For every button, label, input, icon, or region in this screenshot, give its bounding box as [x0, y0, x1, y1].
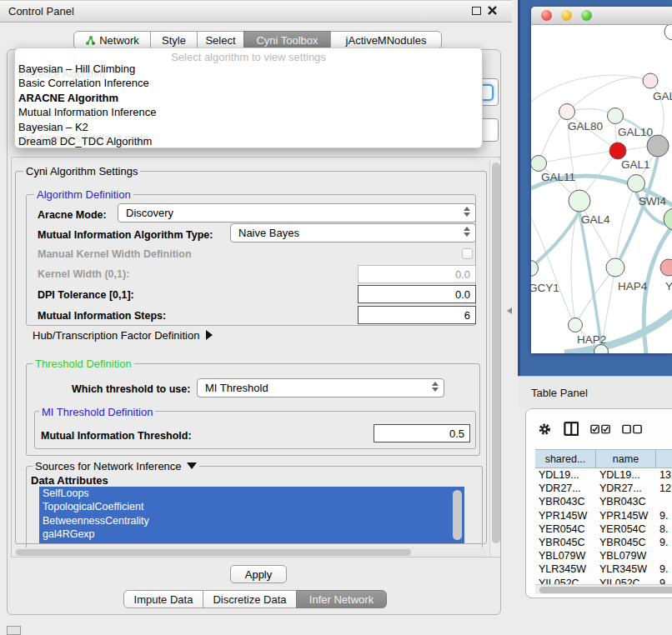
minimize-window-icon[interactable]	[561, 10, 572, 21]
network-window-frame: GALGAL80GAL10GAL1GAL11SWI4GAL4GCY1HAP4YH…	[518, 0, 672, 376]
mi-threshold-field[interactable]: 0.5	[374, 424, 470, 442]
kernel-width-field[interactable]: 0.0	[358, 265, 476, 283]
tab-discretize-data[interactable]: Discretize Data	[203, 590, 297, 608]
attribute-item[interactable]: gal4RGexp	[39, 528, 464, 541]
table-cell: YLR345W	[596, 562, 656, 576]
network-edge[interactable]	[539, 112, 567, 163]
gear-icon[interactable]	[538, 422, 552, 437]
network-canvas[interactable]: GALGAL80GAL10GAL1GAL11SWI4GAL4GCY1HAP4YH…	[531, 25, 672, 353]
network-window: GALGAL80GAL10GAL1GAL11SWI4GAL4GCY1HAP4YH…	[531, 7, 672, 353]
node-label: GAL10	[618, 126, 653, 138]
network-window-titlebar[interactable]	[531, 7, 672, 25]
table-row[interactable]: YDL19...YDL19...13	[535, 468, 672, 482]
network-node-y[interactable]	[660, 259, 672, 276]
network-node-hap2[interactable]	[569, 318, 583, 332]
tab-infer-network[interactable]: Infer Network	[296, 590, 387, 608]
network-node-gal80[interactable]	[559, 104, 575, 120]
table-cell: YBL079W	[596, 549, 656, 562]
tab-select[interactable]: Select	[197, 31, 244, 49]
network-node[interactable]	[647, 135, 669, 157]
show-columns-icon[interactable]	[564, 421, 579, 437]
table-row[interactable]: YIL052CYIL052C9	[535, 577, 672, 585]
popup-item[interactable]: Mutual Information Inference	[15, 105, 482, 119]
attribute-item[interactable]: TopologicalCoefficient	[39, 500, 464, 513]
cyni-settings-title: Cyni Algorithm Settings	[23, 165, 140, 178]
network-node[interactable]	[664, 208, 672, 230]
tab-label: Network	[99, 34, 139, 47]
table-cell: YPR145W	[596, 509, 656, 522]
apply-button[interactable]: Apply	[230, 565, 287, 583]
manual-kernel-checkbox[interactable]	[462, 248, 473, 259]
tab-label: Cyni Toolbox	[256, 34, 318, 47]
column-header[interactable]: shared...	[535, 450, 596, 468]
network-edge[interactable]	[617, 157, 658, 265]
tab-jactivemnodules[interactable]: jActiveMNodules	[330, 31, 442, 49]
column-header[interactable]: A	[656, 450, 672, 468]
network-edge[interactable]	[615, 183, 636, 268]
cyni-task-tabs: Impute DataDiscretize DataInfer Network	[123, 590, 387, 608]
table-cell: YBR043C	[535, 495, 596, 508]
table-row[interactable]: YBR043CYBR043C	[535, 495, 672, 508]
scrollbar-thumb[interactable]	[539, 587, 672, 593]
table-row[interactable]: YER054CYER054C8.	[535, 522, 672, 536]
tab-label: Discretize Data	[213, 593, 286, 606]
tab-style[interactable]: Style	[150, 31, 198, 49]
network-node-gal[interactable]	[643, 73, 658, 88]
which-threshold-select[interactable]: MI Threshold	[197, 378, 444, 398]
aracne-mode-value: Discovery	[126, 207, 173, 219]
network-edge[interactable]	[564, 312, 672, 353]
float-panel-icon[interactable]	[472, 7, 481, 15]
table-horizontal-scrollbar[interactable]	[535, 584, 672, 594]
data-attributes-list[interactable]: SelfLoopsTopologicalCoefficientBetweenne…	[39, 487, 464, 543]
table-row[interactable]: YPR145WYPR145W9.	[535, 509, 672, 522]
node-label: SWI4	[639, 195, 666, 208]
list-scrollbar[interactable]	[453, 490, 462, 540]
collapse-down-icon	[187, 462, 197, 469]
scrollbar-thumb[interactable]	[492, 162, 500, 543]
network-node-gal4[interactable]	[569, 190, 590, 212]
network-node-gal11[interactable]	[531, 156, 547, 172]
network-edge[interactable]	[531, 75, 650, 102]
close-window-icon[interactable]	[541, 10, 552, 21]
mi-steps-field[interactable]: 6	[358, 306, 476, 324]
table-row[interactable]: YBL079WYBL079W	[535, 549, 672, 562]
aracne-mode-select[interactable]: Discovery	[118, 203, 476, 222]
network-edge[interactable]	[567, 78, 650, 112]
zoom-window-icon[interactable]	[581, 10, 592, 21]
mi-type-label: Mutual Information Algorithm Type:	[38, 229, 213, 241]
network-node-swi4[interactable]	[628, 175, 645, 192]
network-node[interactable]	[664, 25, 672, 40]
threshold-definition-title: Threshold Definition	[33, 358, 134, 370]
minimized-panel-icon[interactable]	[7, 626, 21, 635]
mi-type-select[interactable]: Naive Bayes	[230, 223, 476, 242]
table-row[interactable]: YLR345WYLR345W9.	[535, 562, 672, 576]
table-cell: 8.	[656, 522, 672, 536]
table-cell: YLR345W	[535, 562, 596, 576]
tab-cyni-toolbox[interactable]: Cyni Toolbox	[243, 31, 331, 49]
deselect-all-icon[interactable]	[622, 424, 642, 434]
table-cell: YPR145W	[535, 509, 596, 522]
dpi-tolerance-field[interactable]: 0.0	[358, 285, 476, 303]
split-pane-handle[interactable]	[507, 308, 512, 314]
table-row[interactable]: YBR045CYBR045C9.	[535, 536, 672, 549]
tab-network[interactable]: Network	[73, 31, 151, 49]
close-icon[interactable]	[488, 6, 497, 15]
popup-item[interactable]: ARACNE Algorithm	[15, 91, 482, 105]
vertical-scrollbar[interactable]	[489, 159, 500, 557]
horizontal-scrollbar[interactable]	[14, 548, 488, 557]
column-header[interactable]: name	[596, 450, 656, 468]
network-edge[interactable]	[539, 151, 618, 163]
tab-impute-data[interactable]: Impute Data	[123, 590, 203, 608]
select-all-icon[interactable]	[590, 424, 610, 434]
network-node-gal10[interactable]	[608, 108, 624, 124]
table-cell: YER054C	[535, 522, 596, 536]
attribute-item[interactable]: SelfLoops	[39, 487, 464, 500]
table-toolbar	[526, 409, 672, 448]
network-node-hap4[interactable]	[606, 258, 624, 277]
table-row[interactable]: YDR27...YDR27...12	[535, 482, 672, 495]
hub-section-toggle[interactable]: Hub/Transcription Factor Definition	[33, 329, 213, 342]
attribute-item[interactable]: BetweennessCentrality	[39, 514, 464, 528]
sources-title[interactable]: Sources for Network Inference	[33, 460, 199, 472]
network-node-gal1[interactable]	[609, 142, 626, 159]
scrollbar-thumb[interactable]	[16, 549, 411, 556]
